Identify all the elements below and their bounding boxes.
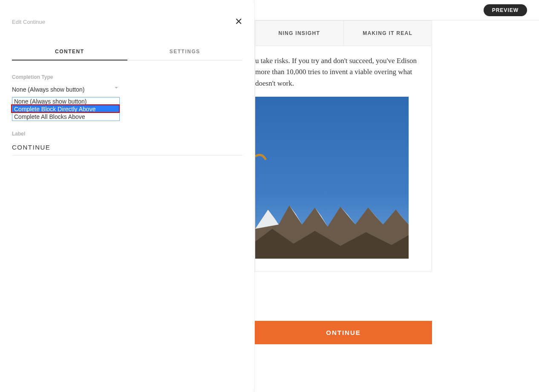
preview-button[interactable]: PREVIEW [484,4,527,16]
tab-making-it-real[interactable]: MAKING IT REAL [344,21,432,46]
label-field-value[interactable]: CONTINUE [12,141,242,156]
panel-title: Edit Continue [12,19,45,25]
completion-type-dropdown: None (Always show button) Complete Block… [12,97,120,121]
continue-button[interactable]: ONTINUE [255,321,432,344]
close-icon[interactable]: ✕ [235,17,242,26]
edit-panel: Edit Continue ✕ CONTENT SETTINGS Complet… [0,0,255,392]
content-tabs: NING INSIGHT MAKING IT REAL [255,20,432,46]
tab-gaining-insight[interactable]: NING INSIGHT [255,21,344,46]
panel-tabs: CONTENT SETTINGS [12,49,242,61]
lesson-body: u take risks. If you try and don't succe… [255,46,432,272]
dropdown-option-complete-all-blocks[interactable]: Complete All Blocks Above [12,113,119,121]
lesson-paragraph: u take risks. If you try and don't succe… [255,55,420,89]
lesson-content-region: NING INSIGHT MAKING IT REAL u take risks… [255,20,432,272]
dropdown-option-none[interactable]: None (Always show button) [12,98,119,105]
completion-type-select[interactable]: None (Always show button) None (Always s… [12,84,120,97]
completion-type-label: Completion Type [12,74,242,80]
dropdown-option-complete-block-above[interactable]: Complete Block Directly Above [12,105,119,113]
label-field-label: Label [12,131,242,137]
panel-tab-settings[interactable]: SETTINGS [127,49,243,60]
completion-type-selected[interactable]: None (Always show button) [12,84,120,97]
hero-image [255,97,409,259]
panel-tab-content[interactable]: CONTENT [12,49,127,61]
